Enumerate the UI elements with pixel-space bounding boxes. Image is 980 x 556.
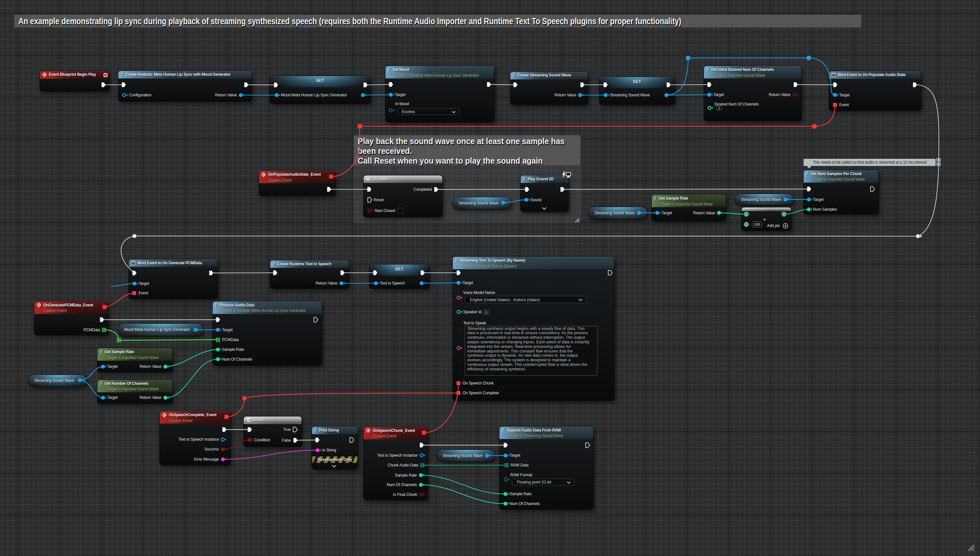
svg-text:1: 1 <box>366 177 368 179</box>
